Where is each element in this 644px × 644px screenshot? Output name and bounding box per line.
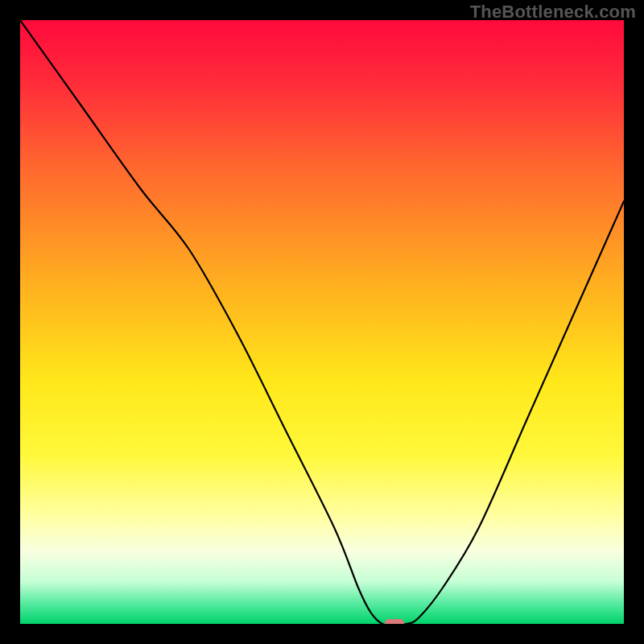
gradient-background bbox=[20, 20, 624, 624]
watermark-label: TheBottleneck.com bbox=[470, 2, 636, 23]
chart-frame: TheBottleneck.com bbox=[0, 0, 644, 644]
optimal-point-marker bbox=[385, 619, 404, 624]
plot-area bbox=[20, 20, 624, 624]
bottleneck-chart bbox=[20, 20, 624, 624]
